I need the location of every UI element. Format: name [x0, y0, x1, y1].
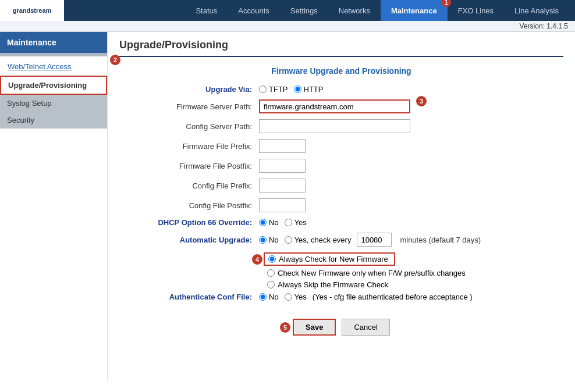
auth-conf-row: Authenticate Conf File: No Yes (Yes - cf… [119, 293, 563, 301]
sidebar-badge-2: 2 [110, 55, 120, 65]
logo: grandstream [0, 0, 64, 21]
form-badge-3: 3 [416, 96, 427, 106]
save-button-wrap: 5 Save [293, 319, 336, 336]
nav-settings[interactable]: Settings [280, 0, 328, 21]
firmware-prefix-row: Firmware File Prefix: [119, 139, 563, 153]
auth-yes-note: (Yes - cfg file authenticated before acc… [313, 293, 473, 301]
form-badge-4: 4 [252, 254, 262, 265]
firmware-server-input[interactable] [259, 99, 410, 113]
http-option[interactable]: HTTP [294, 85, 324, 94]
upgrade-via-label: Upgrade Via: [143, 85, 259, 94]
dhcp-yes-radio[interactable] [285, 219, 292, 226]
always-skip-option[interactable]: Always Skip the Firmware Check [264, 280, 563, 289]
version-text: Version: 1.4.1.5 [520, 22, 568, 30]
check-fw-only-option[interactable]: Check New Firmware only when F/W pre/suf… [264, 269, 563, 277]
dhcp-yes-option[interactable]: Yes [285, 218, 307, 227]
content-area: Upgrade/Provisioning Firmware Upgrade an… [108, 32, 575, 381]
sidebar-item-syslog[interactable]: Syslog Setup [0, 95, 107, 112]
dhcp-no-radio[interactable] [259, 219, 267, 226]
nav-accounts[interactable]: Accounts [228, 0, 279, 21]
config-postfix-input[interactable] [259, 198, 306, 212]
cancel-button[interactable]: Cancel [342, 319, 389, 336]
always-check-option[interactable]: Always Check for New Firmware [268, 255, 388, 263]
firmware-postfix-row: Firmware File Postfix: [119, 159, 563, 173]
tftp-option[interactable]: TFTP [259, 85, 288, 94]
config-postfix-row: Config File Postfix: [119, 198, 563, 212]
config-prefix-label: Config File Prefix: [143, 181, 259, 190]
upgrade-options-section: Always Check for New Firmware 4 Check Ne… [119, 252, 563, 289]
config-server-row: Config Server Path: [119, 119, 563, 133]
form-badge-5: 5 [280, 322, 290, 333]
auth-no-radio[interactable] [259, 293, 267, 301]
upgrade-via-options: TFTP HTTP [259, 85, 323, 94]
auth-conf-options: No Yes (Yes - cfg file authenticated bef… [259, 293, 473, 301]
dhcp-options: No Yes [259, 218, 307, 227]
always-check-option-wrap: Always Check for New Firmware 4 [264, 252, 395, 266]
auto-minutes-text: minutes (default 7 days) [400, 236, 481, 244]
nav-fxo-lines[interactable]: FXO Lines [448, 0, 504, 21]
auth-yes-option[interactable]: Yes [285, 293, 307, 301]
auth-conf-label: Authenticate Conf File: [143, 293, 259, 301]
config-postfix-label: Config File Postfix: [143, 201, 259, 210]
sidebar-title: Maintenance [0, 32, 107, 53]
auto-yes-radio[interactable] [285, 236, 292, 244]
firmware-server-input-wrap: 3 [259, 99, 410, 113]
main-layout: Maintenance Web/Telnet Access 2 Upgrade/… [0, 32, 575, 381]
check-fw-only-radio[interactable] [267, 269, 275, 277]
nav-networks[interactable]: Networks [328, 0, 381, 21]
auto-minutes-input[interactable] [357, 233, 392, 247]
auto-yes-option[interactable]: Yes, check every [285, 236, 352, 244]
auth-no-option[interactable]: No [259, 293, 279, 301]
sidebar: Maintenance Web/Telnet Access 2 Upgrade/… [0, 32, 108, 381]
nav-line-analysis[interactable]: Line Analysis [504, 0, 569, 21]
config-server-label: Config Server Path: [143, 122, 259, 131]
config-prefix-input[interactable] [259, 179, 306, 193]
firmware-server-row: Firmware Server Path: 3 [119, 99, 563, 113]
auto-upgrade-row: Automatic Upgrade: No Yes, check every m… [119, 233, 563, 247]
auto-no-radio[interactable] [259, 236, 267, 244]
nav-status[interactable]: Status [185, 0, 228, 21]
auto-upgrade-options: No Yes, check every minutes (default 7 d… [259, 233, 481, 247]
dhcp-row: DHCP Option 66 Override: No Yes [119, 218, 563, 227]
version-bar: Version: 1.4.1.5 [0, 21, 575, 32]
dhcp-label: DHCP Option 66 Override: [143, 218, 259, 227]
http-radio[interactable] [294, 85, 301, 93]
sidebar-item-upgrade[interactable]: Upgrade/Provisioning [0, 76, 107, 95]
auto-upgrade-label: Automatic Upgrade: [143, 236, 259, 244]
logo-text: grandstream [13, 7, 52, 14]
button-row: 5 Save Cancel [119, 319, 563, 347]
always-skip-radio[interactable] [267, 281, 275, 288]
form-section-title: Firmware Upgrade and Provisioning [119, 66, 563, 76]
always-check-radio[interactable] [268, 255, 276, 263]
dhcp-no-option[interactable]: No [259, 218, 279, 227]
save-button[interactable]: Save [293, 319, 336, 336]
sidebar-item-web-telnet[interactable]: Web/Telnet Access 2 [0, 58, 107, 76]
nav-maintenance[interactable]: Maintenance 1 [381, 0, 448, 21]
tftp-radio[interactable] [259, 85, 267, 93]
auto-no-option[interactable]: No [259, 236, 279, 244]
nav-links: Status Accounts Settings Networks Mainte… [64, 0, 575, 21]
sidebar-spacer [0, 53, 107, 56]
auth-yes-radio[interactable] [285, 293, 292, 301]
firmware-postfix-input[interactable] [259, 159, 306, 173]
firmware-server-label: Firmware Server Path: [143, 102, 259, 111]
firmware-prefix-label: Firmware File Prefix: [143, 142, 259, 151]
firmware-prefix-input[interactable] [259, 139, 306, 153]
config-prefix-row: Config File Prefix: [119, 179, 563, 193]
sidebar-item-security[interactable]: Security [0, 112, 107, 129]
firmware-postfix-label: Firmware File Postfix: [143, 162, 259, 170]
page-title: Upgrade/Provisioning [119, 32, 563, 57]
config-server-input[interactable] [259, 119, 410, 133]
upgrade-via-row: Upgrade Via: TFTP HTTP [119, 85, 563, 94]
